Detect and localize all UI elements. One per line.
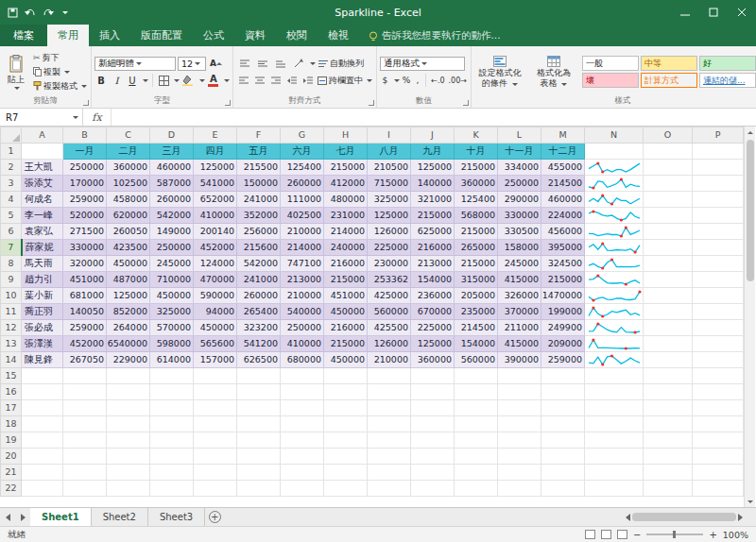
value-cell[interactable]: 259000 xyxy=(541,352,585,368)
column-header-D[interactable]: D xyxy=(150,127,194,144)
percent-button[interactable]: % xyxy=(402,74,412,88)
scroll-left-icon[interactable] xyxy=(626,514,630,521)
empty-cell[interactable] xyxy=(107,368,150,384)
font-size-combo[interactable]: 12 xyxy=(178,57,206,71)
value-cell[interactable]: 125000 xyxy=(368,208,411,224)
value-cell[interactable]: 265000 xyxy=(455,240,498,256)
value-cell[interactable]: 541200 xyxy=(237,336,281,352)
alignment-dialog-launcher[interactable] xyxy=(369,100,374,106)
name-cell-row12[interactable]: 張必成 xyxy=(22,320,63,336)
empty-cell[interactable] xyxy=(411,368,455,384)
empty-cell[interactable] xyxy=(693,384,744,400)
value-cell[interactable]: 250000 xyxy=(150,240,194,256)
empty-cell[interactable] xyxy=(194,449,237,465)
sparkline-cell-row14[interactable] xyxy=(585,352,644,368)
month-header-7[interactable]: 七月 xyxy=(324,144,368,160)
value-cell[interactable]: 211000 xyxy=(498,320,541,336)
value-cell[interactable]: 150000 xyxy=(237,176,281,192)
value-cell[interactable]: 325000 xyxy=(150,304,194,320)
value-cell[interactable]: 250000 xyxy=(281,320,324,336)
value-cell[interactable]: 360000 xyxy=(455,176,498,192)
empty-cell[interactable] xyxy=(693,481,744,497)
align-top-icon[interactable] xyxy=(236,57,252,71)
empty-cell[interactable] xyxy=(693,352,744,368)
value-cell[interactable]: 410000 xyxy=(194,208,237,224)
empty-cell[interactable] xyxy=(194,368,237,384)
minimize-button[interactable] xyxy=(671,0,699,25)
month-header-9[interactable]: 九月 xyxy=(411,144,455,160)
value-cell[interactable]: 231000 xyxy=(324,208,368,224)
empty-cell[interactable] xyxy=(368,465,411,481)
empty-cell[interactable] xyxy=(455,400,498,416)
value-cell[interactable]: 210000 xyxy=(368,352,411,368)
empty-cell[interactable] xyxy=(644,368,693,384)
empty-cell[interactable] xyxy=(585,384,644,400)
sheet-nav-left-icon[interactable] xyxy=(0,508,15,526)
scroll-up-icon[interactable] xyxy=(745,127,755,138)
ribbon-tab-data[interactable]: 資料 xyxy=(234,25,276,46)
sparkline-cell-row6[interactable] xyxy=(585,224,644,240)
row-header-9[interactable]: 9 xyxy=(1,272,22,288)
value-cell[interactable]: 216000 xyxy=(324,320,368,336)
value-cell[interactable]: 250000 xyxy=(63,160,107,176)
currency-button[interactable]: $ xyxy=(380,74,390,88)
value-cell[interactable]: 323200 xyxy=(237,320,281,336)
empty-cell[interactable] xyxy=(194,400,237,416)
value-cell[interactable]: 590000 xyxy=(194,288,237,304)
empty-cell[interactable] xyxy=(237,416,281,432)
empty-cell[interactable] xyxy=(693,449,744,465)
increase-indent-icon[interactable] xyxy=(301,74,315,88)
row-header-19[interactable]: 19 xyxy=(1,432,22,449)
sparkline-cell-row13[interactable] xyxy=(585,336,644,352)
month-header-10[interactable]: 十月 xyxy=(455,144,498,160)
empty-cell[interactable] xyxy=(324,400,368,416)
empty-cell[interactable] xyxy=(237,368,281,384)
zoom-slider[interactable] xyxy=(646,534,703,535)
value-cell[interactable]: 565600 xyxy=(194,336,237,352)
value-cell[interactable]: 216000 xyxy=(411,240,455,256)
empty-cell[interactable] xyxy=(644,432,693,449)
value-cell[interactable]: 652000 xyxy=(194,192,237,208)
empty-cell[interactable] xyxy=(22,384,63,400)
select-all-corner[interactable] xyxy=(1,127,22,144)
conditional-formatting-button[interactable]: 設定格式化 的條件 xyxy=(474,56,525,88)
empty-cell[interactable] xyxy=(455,481,498,497)
font-color-button[interactable]: A xyxy=(207,74,220,88)
normal-view-icon[interactable] xyxy=(585,530,595,539)
value-cell[interactable]: 158000 xyxy=(498,240,541,256)
fill-color-dropdown-icon[interactable] xyxy=(199,79,205,82)
value-cell[interactable]: 852000 xyxy=(107,304,150,320)
empty-cell[interactable] xyxy=(585,465,644,481)
value-cell[interactable]: 125000 xyxy=(411,160,455,176)
value-cell[interactable]: 214000 xyxy=(324,224,368,240)
empty-cell[interactable] xyxy=(693,400,744,416)
empty-cell[interactable] xyxy=(368,368,411,384)
value-cell[interactable]: 330000 xyxy=(63,240,107,256)
value-cell[interactable]: 626500 xyxy=(237,352,281,368)
empty-cell[interactable] xyxy=(585,481,644,497)
page-layout-view-icon[interactable] xyxy=(601,530,611,539)
format-painter-button[interactable]: 複製格式 xyxy=(32,80,88,93)
value-cell[interactable]: 290000 xyxy=(498,192,541,208)
empty-cell[interactable] xyxy=(150,481,194,497)
value-cell[interactable]: 271500 xyxy=(63,224,107,240)
value-cell[interactable]: 256000 xyxy=(237,224,281,240)
value-cell[interactable]: 214500 xyxy=(541,176,585,192)
bold-button[interactable]: B xyxy=(94,74,108,88)
empty-cell[interactable] xyxy=(63,384,107,400)
cell-A1[interactable] xyxy=(22,144,63,160)
empty-cell[interactable] xyxy=(455,416,498,432)
empty-cell[interactable] xyxy=(585,416,644,432)
value-cell[interactable]: 456000 xyxy=(541,224,585,240)
value-cell[interactable]: 267050 xyxy=(63,352,107,368)
value-cell[interactable]: 450000 xyxy=(324,304,368,320)
empty-cell[interactable] xyxy=(644,352,693,368)
value-cell[interactable]: 315000 xyxy=(455,272,498,288)
empty-cell[interactable] xyxy=(63,432,107,449)
zoom-level[interactable]: 100% xyxy=(723,530,748,540)
sheet-tab-sheet3[interactable]: Sheet3 xyxy=(148,508,205,526)
name-cell-row5[interactable]: 李一峰 xyxy=(22,208,63,224)
scroll-down-icon[interactable] xyxy=(745,496,755,507)
empty-cell[interactable] xyxy=(107,481,150,497)
value-cell[interactable]: 458000 xyxy=(107,192,150,208)
